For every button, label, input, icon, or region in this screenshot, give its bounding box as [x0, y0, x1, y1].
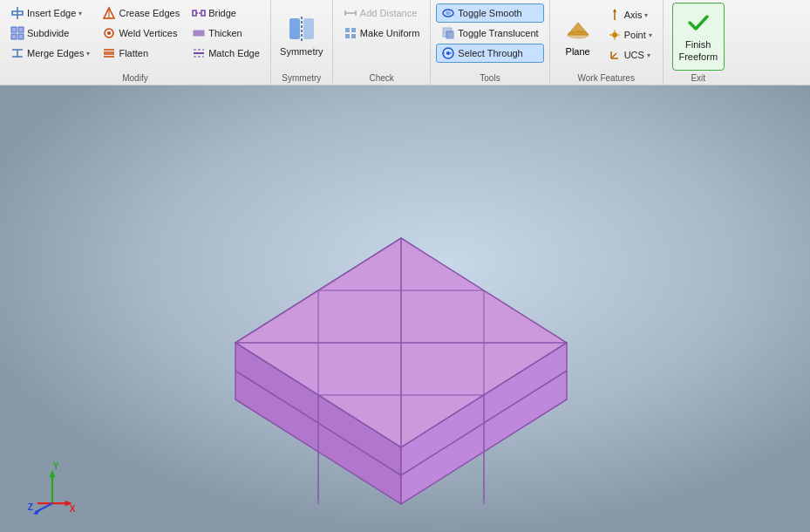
make-uniform-icon	[344, 26, 357, 40]
symmetry-group: Symmetry Symmetry	[271, 0, 333, 85]
axis-button[interactable]: Axis ▾	[602, 5, 657, 24]
symmetry-button[interactable]: Symmetry	[276, 3, 327, 66]
svg-point-34	[446, 11, 451, 15]
svg-rect-36	[446, 31, 453, 38]
weld-vertices-icon	[102, 26, 116, 40]
check-group: Add Distance Make Uniform Check	[333, 0, 431, 85]
toolbar: Insert Edge ▾ Subdivide Merge Edges ▾	[0, 0, 810, 85]
exit-group-label: Exit	[664, 73, 733, 83]
axis-indicator: Y X Z	[26, 462, 78, 515]
svg-marker-66	[50, 470, 56, 478]
add-distance-icon	[344, 6, 357, 20]
subdivide-button[interactable]: Subdivide	[5, 24, 95, 43]
match-edge-label: Match Edge	[208, 48, 260, 58]
svg-line-49	[611, 53, 616, 58]
subdivide-icon	[10, 26, 24, 40]
svg-rect-23	[289, 18, 300, 39]
axis-icon	[608, 8, 622, 22]
point-label: Point	[624, 30, 646, 40]
viewport[interactable]: Y X Z	[0, 85, 810, 532]
merge-edges-label: Merge Edges	[27, 48, 84, 58]
svg-text:X: X	[70, 504, 76, 514]
merge-edges-button[interactable]: Merge Edges ▾	[5, 44, 95, 63]
weld-vertices-button[interactable]: Weld Vertices	[97, 24, 185, 43]
plane-button[interactable]: Plane	[555, 3, 601, 66]
plane-icon	[564, 14, 592, 44]
svg-rect-32	[351, 34, 356, 38]
match-edge-button[interactable]: Match Edge	[187, 44, 265, 63]
symmetry-label: Symmetry	[280, 46, 323, 57]
select-through-icon	[441, 46, 455, 60]
check-group-label: Check	[333, 73, 430, 83]
insert-edge-dropdown: ▾	[78, 10, 82, 17]
weld-vertices-label: Weld Vertices	[119, 28, 177, 38]
svg-rect-19	[194, 31, 204, 36]
plane-label: Plane	[566, 46, 590, 57]
tools-group-label: Tools	[431, 73, 548, 83]
flatten-label: Flatten	[119, 48, 148, 58]
symmetry-icon	[286, 13, 317, 44]
select-through-label: Select Through	[458, 48, 522, 58]
match-edge-icon	[192, 46, 206, 60]
work-features-group: Plane Axis ▾ Point ▾	[550, 0, 664, 85]
check-col1: Add Distance Make Uniform	[338, 3, 425, 43]
svg-rect-24	[303, 18, 314, 39]
point-icon	[608, 28, 622, 42]
ucs-label: UCS	[624, 50, 644, 60]
point-dropdown: ▾	[649, 31, 652, 39]
flatten-button[interactable]: Flatten	[97, 44, 185, 63]
finish-freeform-label: FinishFreeform	[678, 38, 718, 64]
svg-rect-30	[351, 28, 356, 32]
toggle-smooth-button[interactable]: Toggle Smooth	[436, 3, 543, 23]
subdivide-label: Subdivide	[27, 28, 69, 38]
toggle-translucent-button[interactable]: Toggle Translucent	[436, 24, 543, 43]
svg-text:Z: Z	[28, 502, 33, 512]
svg-rect-3	[18, 27, 24, 32]
svg-rect-17	[201, 10, 205, 16]
svg-marker-43	[613, 9, 616, 12]
svg-rect-5	[18, 34, 24, 39]
svg-point-12	[107, 31, 111, 35]
select-through-button[interactable]: Select Through	[436, 44, 543, 63]
crease-edges-button[interactable]: Crease Edges	[97, 3, 185, 23]
svg-rect-4	[11, 34, 17, 39]
toggle-translucent-label: Toggle Translucent	[458, 28, 538, 38]
merge-edges-dropdown: ▾	[86, 50, 90, 58]
crease-edges-icon	[102, 6, 116, 20]
finish-freeform-button[interactable]: FinishFreeform	[672, 3, 725, 71]
svg-rect-13	[104, 51, 114, 55]
thicken-button[interactable]: Thicken	[187, 24, 265, 43]
toggle-smooth-label: Toggle Smooth	[458, 8, 521, 18]
svg-text:Y: Y	[53, 462, 59, 471]
ucs-dropdown: ▾	[647, 51, 650, 59]
svg-rect-2	[11, 27, 17, 32]
work-features-group-label: Work Features	[550, 73, 663, 83]
finish-checkmark-icon	[686, 10, 711, 37]
axis-dropdown: ▾	[644, 11, 648, 19]
insert-edge-button[interactable]: Insert Edge ▾	[5, 3, 95, 23]
merge-edges-icon	[10, 46, 24, 60]
modify-col1: Insert Edge ▾ Subdivide Merge Edges ▾	[5, 3, 95, 63]
add-distance-button[interactable]: Add Distance	[338, 3, 425, 23]
bridge-label: Bridge	[208, 8, 236, 18]
insert-edge-icon	[10, 6, 24, 20]
ucs-button[interactable]: UCS ▾	[602, 45, 657, 65]
flatten-icon	[102, 46, 116, 60]
toggle-translucent-icon	[441, 26, 455, 40]
modify-col2: Crease Edges Weld Vertices Flatten	[97, 3, 185, 63]
point-button[interactable]: Point ▾	[602, 25, 657, 44]
svg-rect-31	[345, 34, 350, 38]
svg-rect-29	[345, 28, 350, 32]
modify-col3: Bridge Thicken Match Edge	[187, 3, 265, 63]
toggle-smooth-icon	[441, 6, 455, 20]
thicken-icon	[192, 26, 206, 40]
svg-point-41	[568, 31, 589, 38]
bridge-icon	[192, 6, 206, 20]
symmetry-group-label: Symmetry	[271, 73, 332, 83]
make-uniform-button[interactable]: Make Uniform	[338, 24, 425, 43]
svg-marker-72	[33, 508, 41, 515]
bridge-button[interactable]: Bridge	[187, 3, 265, 23]
work-features-col2: Axis ▾ Point ▾ UCS ▾	[602, 3, 657, 65]
make-uniform-label: Make Uniform	[360, 28, 419, 38]
axis-label: Axis	[624, 10, 643, 20]
